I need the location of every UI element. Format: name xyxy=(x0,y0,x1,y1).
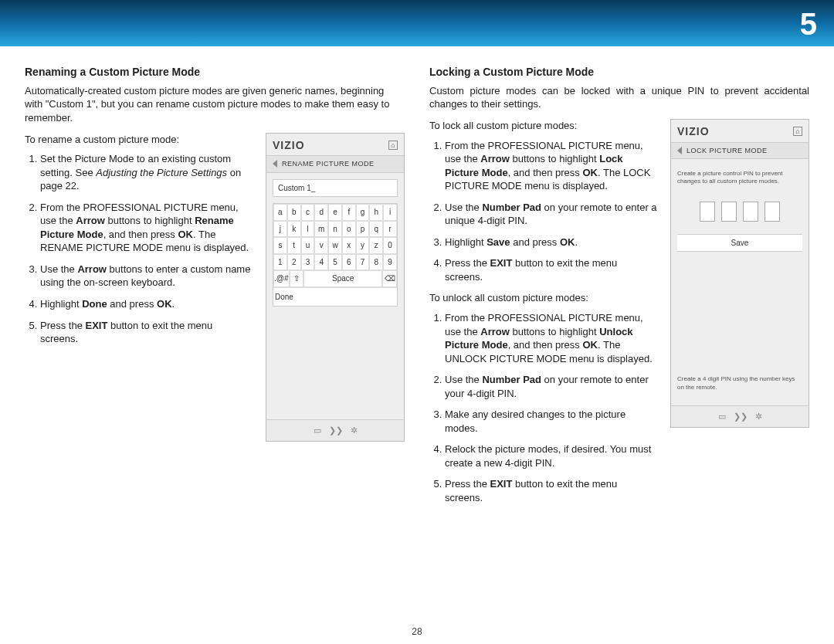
key[interactable]: l xyxy=(301,221,315,238)
right-column: Locking a Custom Picture Mode Custom pic… xyxy=(429,65,809,513)
home-icon[interactable]: ⌂ xyxy=(388,141,398,150)
key[interactable]: 8 xyxy=(369,254,383,271)
key[interactable]: h xyxy=(369,204,383,221)
footer-gear-icon[interactable]: ✲ xyxy=(351,425,358,436)
key[interactable]: 4 xyxy=(314,254,328,271)
lock-note-2: Create a 4 digit PIN using the number ke… xyxy=(677,375,802,391)
vizio-logo: VIZIO xyxy=(677,124,710,139)
key[interactable]: 3 xyxy=(301,254,315,271)
key[interactable]: u xyxy=(301,237,315,254)
rename-step-1: Set the Picture Mode to an existing cust… xyxy=(40,152,253,193)
device-footer: ▭ ❯❯ ✲ xyxy=(266,419,404,441)
key[interactable]: p xyxy=(356,221,370,238)
key[interactable]: o xyxy=(342,221,356,238)
key[interactable]: s xyxy=(273,237,287,254)
key[interactable]: e xyxy=(328,204,342,221)
chapter-number: 5 xyxy=(800,3,817,45)
rename-steps: Set the Picture Mode to an existing cust… xyxy=(25,152,253,346)
lock-step-2: Use the Number Pad on your remote to ent… xyxy=(445,201,658,228)
key[interactable]: q xyxy=(369,221,383,238)
lock-step-4: Press the EXIT button to exit the menu s… xyxy=(445,256,658,283)
key[interactable]: i xyxy=(383,204,397,221)
key[interactable]: 1 xyxy=(273,254,287,271)
key-done[interactable]: Done xyxy=(273,287,397,307)
rename-intro: Automatically-created custom picture mod… xyxy=(25,84,405,125)
footer-arrows-icon[interactable]: ❯❯ xyxy=(734,411,748,422)
key[interactable]: n xyxy=(328,221,342,238)
crumb-label: RENAME PICTURE MODE xyxy=(282,159,375,168)
footer-arrows-icon[interactable]: ❯❯ xyxy=(329,425,343,436)
lock-device-panel: VIZIO ⌂ LOCK PICTURE MODE Create a pictu… xyxy=(670,119,809,428)
key-symbols[interactable]: .@# xyxy=(273,270,290,287)
key[interactable]: 0 xyxy=(383,237,397,254)
pin-digit[interactable] xyxy=(764,202,780,222)
home-icon[interactable]: ⌂ xyxy=(793,127,802,136)
footer-gear-icon[interactable]: ✲ xyxy=(755,411,762,422)
rename-lead: To rename a custom picture mode: xyxy=(25,133,253,147)
pin-digit[interactable] xyxy=(743,202,758,222)
save-button[interactable]: Save xyxy=(677,234,802,253)
breadcrumb: LOCK PICTURE MODE xyxy=(671,142,809,159)
lock-step-1: From the PROFESSIONAL PICTURE menu, use … xyxy=(445,139,658,193)
on-screen-keyboard: abcdefghi jklmnopqr stuvwxyz0 123456789 … xyxy=(273,203,398,307)
key-space[interactable]: Space xyxy=(303,270,382,287)
unlock-step-1: From the PROFESSIONAL PICTURE menu, use … xyxy=(445,311,658,365)
key[interactable]: z xyxy=(369,237,383,254)
lock-lead: To lock all custom picture modes: xyxy=(429,119,658,133)
back-icon[interactable] xyxy=(677,147,682,154)
page-body: Renaming a Custom Picture Mode Automatic… xyxy=(0,46,834,513)
vizio-logo: VIZIO xyxy=(273,138,305,153)
key[interactable]: x xyxy=(342,237,356,254)
key[interactable]: t xyxy=(287,237,301,254)
rename-device-panel: VIZIO ⌂ RENAME PICTURE MODE Custom 1_ ab… xyxy=(266,133,405,442)
key[interactable]: b xyxy=(287,204,301,221)
pin-digit[interactable] xyxy=(700,202,715,222)
key[interactable]: 5 xyxy=(328,254,342,271)
key[interactable]: m xyxy=(314,221,328,238)
unlock-step-5: Press the EXIT button to exit the menu s… xyxy=(445,477,658,504)
rename-step-2: From the PROFESSIONAL PICTURE menu, use … xyxy=(40,201,253,255)
rename-step-5: Press the EXIT button to exit the menu s… xyxy=(40,319,253,346)
key[interactable]: w xyxy=(328,237,342,254)
key-backspace[interactable]: ⌫ xyxy=(382,270,397,287)
page-number: 28 xyxy=(0,625,834,638)
footer-wide-icon[interactable]: ▭ xyxy=(314,425,321,436)
device-footer: ▭ ❯❯ ✲ xyxy=(671,405,809,427)
unlock-lead: To unlock all custom picture modes: xyxy=(429,291,658,305)
unlock-step-4: Relock the picture modes, if desired. Yo… xyxy=(445,442,658,469)
key[interactable]: 6 xyxy=(342,254,356,271)
key[interactable]: 7 xyxy=(356,254,370,271)
key[interactable]: 9 xyxy=(383,254,397,271)
pin-digit[interactable] xyxy=(721,202,737,222)
key[interactable]: g xyxy=(356,204,370,221)
key[interactable]: k xyxy=(287,221,301,238)
name-input[interactable]: Custom 1_ xyxy=(273,179,398,198)
left-column: Renaming a Custom Picture Mode Automatic… xyxy=(25,65,405,513)
key-shift[interactable]: ⇧ xyxy=(290,270,304,287)
unlock-step-3: Make any desired changes to the picture … xyxy=(445,408,658,435)
back-icon[interactable] xyxy=(273,160,277,168)
section-title-rename: Renaming a Custom Picture Mode xyxy=(25,65,405,80)
key[interactable]: d xyxy=(314,204,328,221)
key[interactable]: f xyxy=(342,204,356,221)
unlock-step-2: Use the Number Pad on your remote to ent… xyxy=(445,373,658,400)
key[interactable]: y xyxy=(356,237,370,254)
rename-step-3: Use the Arrow buttons to enter a custom … xyxy=(40,263,253,290)
lock-step-3: Highlight Save and press OK. xyxy=(445,236,658,249)
key[interactable]: a xyxy=(273,204,287,221)
chapter-banner: 5 xyxy=(0,0,834,46)
key[interactable]: r xyxy=(383,221,397,238)
lock-steps: From the PROFESSIONAL PICTURE menu, use … xyxy=(429,139,658,284)
crumb-label: LOCK PICTURE MODE xyxy=(687,146,768,155)
key[interactable]: j xyxy=(273,221,287,238)
section-title-lock: Locking a Custom Picture Mode xyxy=(429,65,809,80)
key[interactable]: c xyxy=(301,204,315,221)
footer-wide-icon[interactable]: ▭ xyxy=(718,411,726,422)
lock-note-1: Create a picture control PIN to prevent … xyxy=(677,170,802,186)
lock-intro: Custom picture modes can be locked with … xyxy=(429,84,809,111)
pin-entry xyxy=(677,202,802,222)
key[interactable]: 2 xyxy=(287,254,301,271)
key[interactable]: v xyxy=(314,237,328,254)
unlock-steps: From the PROFESSIONAL PICTURE menu, use … xyxy=(429,311,658,505)
rename-step-4: Highlight Done and press OK. xyxy=(40,297,253,311)
